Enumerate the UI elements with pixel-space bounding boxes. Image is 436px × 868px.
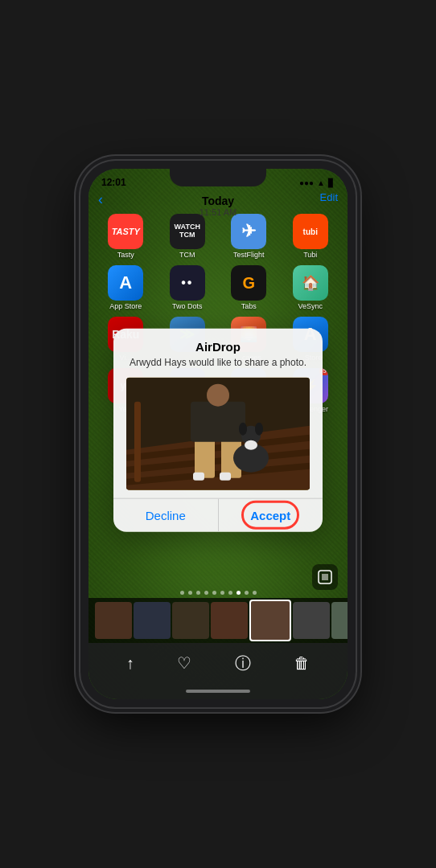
- edit-button[interactable]: Edit: [320, 191, 338, 203]
- photo-svg: [126, 377, 310, 489]
- page-dot-7: [228, 591, 232, 595]
- screenshot-capture-icon[interactable]: [312, 564, 338, 590]
- phone-screen: 12:01 ●●● ▲ ▊ Today 11:51 AM ‹ Edit TAST…: [88, 169, 348, 699]
- app-icon-vesync[interactable]: 🏠 VeSync: [286, 265, 335, 310]
- photo-thumb-4[interactable]: [211, 602, 248, 639]
- photo-strip: [88, 598, 348, 643]
- accept-button[interactable]: Accept: [219, 498, 323, 531]
- photo-thumb-3[interactable]: [172, 602, 209, 639]
- photo-thumb-7[interactable]: [331, 602, 348, 639]
- page-dot-9: [245, 591, 249, 595]
- page-dot-5: [212, 591, 216, 595]
- svg-rect-18: [322, 574, 328, 580]
- vesync-label: VeSync: [298, 302, 323, 310]
- bottom-toolbar: ↑ ♡ ⓘ 🗑: [88, 643, 348, 683]
- header-subtitle: 11:51 AM: [88, 207, 348, 217]
- svg-point-14: [245, 440, 257, 449]
- airdrop-subtitle: Arwydd Hays would like to share a photo.: [126, 357, 310, 370]
- tabs-icon-img: G: [231, 265, 266, 301]
- bottom-section: ↑ ♡ ⓘ 🗑: [88, 598, 348, 699]
- home-indicator: [88, 683, 348, 699]
- back-button[interactable]: ‹: [98, 191, 103, 208]
- page-dots: [88, 591, 348, 595]
- notif-header: Today 11:51 AM: [88, 191, 348, 220]
- svg-rect-8: [193, 472, 204, 480]
- svg-rect-9: [220, 472, 231, 480]
- photo-thumb-6[interactable]: [293, 602, 330, 639]
- airdrop-modal: AirDrop Arwydd Hays would like to share …: [113, 329, 323, 532]
- page-dot-3: [196, 591, 200, 595]
- status-time: 12:01: [101, 177, 126, 188]
- svg-rect-6: [195, 437, 215, 477]
- app-icon-tcm[interactable]: WATCHTCM TCM: [163, 214, 212, 259]
- svg-point-15: [239, 422, 247, 435]
- app-icon-appstore[interactable]: A App Store: [101, 265, 150, 310]
- vesync-icon-img: 🏠: [293, 265, 328, 301]
- tubi-label: Tubi: [303, 251, 317, 259]
- share-button[interactable]: ↑: [126, 654, 134, 673]
- svg-rect-5: [134, 401, 141, 481]
- modal-content: AirDrop Arwydd Hays would like to share …: [113, 329, 323, 490]
- modal-buttons: Decline Accept: [113, 497, 323, 531]
- tabs-label: Tabs: [241, 302, 257, 310]
- svg-point-11: [207, 383, 229, 406]
- wifi-icon: ▲: [317, 178, 325, 187]
- airdrop-photo: [126, 377, 310, 489]
- page-dot-4: [204, 591, 208, 595]
- phone-frame: 12:01 ●●● ▲ ▊ Today 11:51 AM ‹ Edit TAST…: [80, 161, 356, 707]
- battery-icon: ▊: [328, 178, 335, 187]
- app-icon-testflight[interactable]: ✈ TestFlight: [224, 214, 273, 259]
- signal-icon: ●●●: [299, 178, 314, 187]
- page-dot-1: [180, 591, 184, 595]
- heart-button[interactable]: ♡: [177, 653, 191, 673]
- decline-button[interactable]: Decline: [113, 498, 219, 531]
- page-dot-10: [253, 591, 257, 595]
- page-dot-2: [188, 591, 192, 595]
- home-bar: [186, 690, 250, 693]
- page-dot-8: [237, 591, 241, 595]
- appstore-label: App Store: [109, 302, 142, 310]
- app-icon-twodots[interactable]: •• Two Dots: [163, 265, 212, 310]
- twodots-icon-img: ••: [170, 265, 205, 301]
- testflight-label: TestFlight: [233, 251, 265, 259]
- tasty-label: Tasty: [117, 251, 134, 259]
- app-row-2: A App Store •• Two Dots G Tabs: [95, 265, 341, 310]
- appstore-icon-img: A: [108, 265, 143, 301]
- app-row-1: TASTY Tasty WATCHTCM TCM ✈ TestFlight: [95, 214, 341, 259]
- svg-point-16: [255, 422, 263, 435]
- svg-rect-10: [191, 401, 245, 441]
- trash-button[interactable]: 🗑: [294, 654, 310, 673]
- airdrop-title: AirDrop: [126, 340, 310, 354]
- page-dot-6: [220, 591, 224, 595]
- twodots-label: Two Dots: [172, 302, 203, 310]
- photo-thumb-2[interactable]: [134, 602, 171, 639]
- header-title: Today: [88, 194, 348, 207]
- info-button[interactable]: ⓘ: [235, 653, 251, 674]
- app-icon-tabs[interactable]: G Tabs: [224, 265, 273, 310]
- notch: [170, 169, 266, 186]
- status-icons: ●●● ▲ ▊: [299, 178, 335, 187]
- photo-thumb-selected[interactable]: [249, 600, 291, 641]
- app-icon-tasty[interactable]: TASTY Tasty: [101, 214, 150, 259]
- tcm-label: TCM: [179, 251, 195, 259]
- photo-thumb-1[interactable]: [95, 602, 132, 639]
- app-icon-tubi[interactable]: tubi Tubi: [286, 214, 335, 259]
- capture-svg: [318, 570, 332, 584]
